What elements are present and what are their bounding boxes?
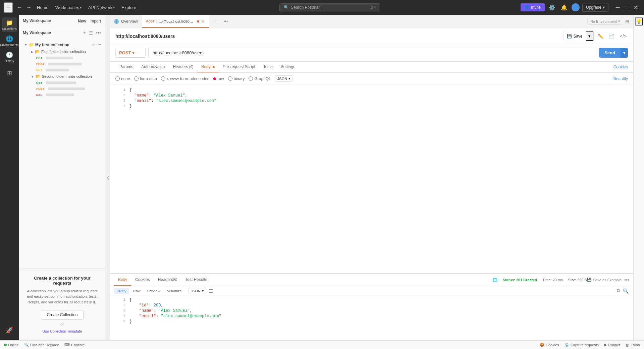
method-selector[interactable]: POST ▾ [115, 48, 146, 58]
filter-button[interactable]: ☰ [88, 29, 94, 37]
body-urlencoded-radio[interactable] [161, 76, 165, 81]
active-request-tab[interactable]: POST http://localhost:8080/... ✕ [142, 15, 209, 28]
search-response-button[interactable]: 🔍 [622, 287, 629, 294]
request-item[interactable]: PUT [35, 67, 106, 73]
resp-tab-body[interactable]: Body [114, 274, 131, 286]
body-option-formdata[interactable]: form-data [134, 76, 157, 81]
beautify-button[interactable]: Beautify [613, 76, 628, 81]
add-collection-button[interactable]: + [83, 29, 87, 37]
resp-tab-cookies[interactable]: Cookies [131, 274, 154, 286]
body-graphql-radio[interactable] [249, 76, 253, 81]
body-option-graphql[interactable]: GraphQL [249, 76, 271, 81]
tab-params[interactable]: Params [115, 62, 137, 72]
overview-tab[interactable]: 🌐 Overview [110, 15, 142, 28]
statusbar-cookies[interactable]: 🍪 Cookies [540, 343, 559, 347]
more-options-button[interactable]: ••• [95, 29, 102, 37]
statusbar-online[interactable]: Online [4, 343, 19, 347]
json-format-selector[interactable]: JSON ▾ [275, 75, 293, 82]
sidebar-item-runner[interactable]: 🚀 [2, 323, 17, 338]
menu-icon-button[interactable]: ☰ [4, 2, 13, 13]
code-icon-button[interactable]: </> [619, 32, 628, 40]
notifications-icon-button[interactable]: 🔔 [559, 3, 569, 12]
url-input[interactable] [148, 48, 596, 58]
edit-icon-button[interactable]: ✏️ [596, 32, 605, 40]
response-json-selector[interactable]: JSON ▾ [189, 288, 206, 294]
close-tab-icon[interactable]: ✕ [201, 19, 205, 24]
upgrade-button[interactable]: Upgrade ▾ [582, 3, 608, 12]
body-option-raw[interactable]: raw [213, 76, 224, 81]
statusbar-console[interactable]: ⌨ Console [64, 343, 85, 347]
home-nav-button[interactable]: Home [34, 4, 51, 11]
maximize-button[interactable]: □ [623, 4, 630, 11]
sidebar-item-environments[interactable]: 🌐 Environments [2, 34, 17, 48]
copy-response-button[interactable]: ⧉ [616, 287, 621, 294]
request-item[interactable]: DEL [35, 92, 106, 98]
resp-tab-headers[interactable]: Headers (6) [154, 274, 181, 286]
sidebar-item-collections[interactable]: 📁 Collections [2, 17, 17, 32]
add-tab-button[interactable]: + [209, 15, 221, 28]
body-option-none[interactable]: none [115, 76, 130, 81]
invite-button[interactable]: 👤 Invite [521, 3, 545, 11]
import-button[interactable]: Import [89, 17, 102, 24]
resp-fmt-pretty[interactable]: Pretty [114, 288, 129, 294]
collapse-handle[interactable]: ❮ [106, 15, 110, 340]
statusbar-trash[interactable]: 🗑 Trash [626, 343, 640, 347]
docs-icon-button[interactable]: 📄 [607, 32, 616, 40]
sidebar-item-flows[interactable]: ⊞ [2, 66, 17, 80]
collection-more-button[interactable]: ••• [97, 42, 102, 47]
request-item[interactable]: GET [35, 80, 106, 86]
request-item[interactable]: POST [35, 86, 106, 92]
settings-icon-button[interactable]: ⚙️ [547, 3, 557, 12]
search-bar[interactable]: 🔍 Search Postman ⌘K [279, 3, 380, 11]
tab-tests[interactable]: Tests [259, 62, 277, 72]
api-network-nav-button[interactable]: API Network▾ [86, 4, 117, 11]
body-option-binary[interactable]: binary [228, 76, 245, 81]
folder-item-2[interactable]: ▼ 📂 Second folder inside collection [25, 73, 106, 80]
avatar[interactable] [572, 3, 580, 11]
statusbar-find-replace[interactable]: 🔍 Find and Replace [24, 343, 59, 347]
send-dropdown-button[interactable]: ▾ [621, 48, 628, 58]
request-item[interactable]: GET [35, 55, 106, 61]
response-filter-icon[interactable]: ☰ [209, 288, 213, 294]
response-more-button[interactable]: ••• [624, 277, 629, 283]
tab-body[interactable]: Body [197, 62, 219, 72]
forward-button[interactable]: → [25, 3, 33, 12]
cookies-link[interactable]: Cookies [613, 65, 628, 69]
tab-prerequest[interactable]: Pre-request Script [219, 62, 259, 72]
resp-tab-test-results[interactable]: Test Results [181, 274, 211, 286]
minimize-button[interactable]: ─ [614, 4, 622, 11]
create-collection-button[interactable]: Create Collection [41, 310, 83, 319]
explore-nav-button[interactable]: Explore [119, 4, 139, 11]
body-formdata-radio[interactable] [134, 76, 139, 81]
tab-authorization[interactable]: Authorization [137, 62, 169, 72]
workspaces-nav-button[interactable]: Workspaces▾ [53, 4, 84, 11]
tab-headers[interactable]: Headers (9) [169, 62, 197, 72]
request-body-code[interactable]: 1 { 2 "name": "Alex Samuel", 3 "email": … [110, 85, 633, 273]
more-tabs-button[interactable]: ••• [221, 15, 231, 28]
request-item[interactable]: POST [35, 61, 106, 67]
collection-item[interactable]: ▼ 📁 My first collection ☆ ••• [19, 41, 106, 48]
body-option-urlencoded[interactable]: x-www-form-urlencoded [161, 76, 209, 81]
right-lightbulb-button[interactable]: 💡 [635, 17, 643, 25]
tab-settings[interactable]: Settings [277, 62, 299, 72]
folder-item-1[interactable]: ▶ 📂 First folder inside collection [25, 48, 106, 55]
new-button[interactable]: New [77, 17, 87, 24]
statusbar-runner[interactable]: ▶ Runner [604, 343, 620, 347]
environment-selector[interactable]: No Environment ▾ [587, 18, 623, 25]
sidebar-item-history[interactable]: 🕐 History [2, 50, 17, 64]
resp-fmt-preview[interactable]: Preview [145, 288, 163, 294]
save-example-button[interactable]: 💾 Save as Example [587, 278, 622, 282]
save-dropdown-button[interactable]: ▾ [586, 31, 593, 41]
use-template-link[interactable]: Use Collection Template [42, 329, 82, 333]
back-button[interactable]: ← [15, 3, 23, 12]
response-code-area[interactable]: 1 { 2 "id": 203, 3 "name": "Alex Samuel"… [110, 296, 633, 340]
body-binary-radio[interactable] [228, 76, 232, 81]
send-button[interactable]: Send [599, 48, 621, 58]
resp-fmt-raw[interactable]: Raw [130, 288, 143, 294]
close-button[interactable]: ✕ [632, 4, 640, 11]
save-button[interactable]: 💾 Save [564, 31, 586, 41]
body-none-radio[interactable] [115, 76, 120, 81]
statusbar-capture[interactable]: 📡 Capture requests [565, 343, 599, 347]
resp-fmt-visualize[interactable]: Visualize [164, 288, 184, 294]
layout-icon-button[interactable]: ⊞ [625, 19, 629, 24]
